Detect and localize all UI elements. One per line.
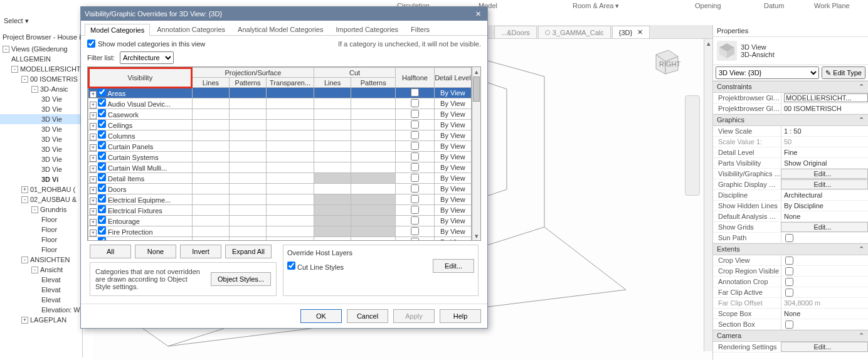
category-row[interactable]: + EntourageBy View	[88, 216, 472, 226]
halftone-checkbox[interactable]	[411, 227, 419, 235]
dialog-tab[interactable]: Model Categories	[85, 24, 150, 36]
property-group-header[interactable]: Extents⌃	[713, 243, 868, 255]
property-value[interactable]: Fine	[781, 147, 868, 157]
override-cell[interactable]	[192, 173, 229, 184]
override-cell[interactable]	[267, 120, 314, 130]
category-row[interactable]: + Curtain Wall Mulli...By View	[88, 162, 472, 173]
detail-level-cell[interactable]: By View	[434, 120, 471, 130]
project-browser-tree[interactable]: -Views (GliederungALLGEMEIN-MODELLIERSIC…	[0, 43, 82, 326]
detail-level-cell[interactable]: By View	[434, 216, 471, 226]
override-cell[interactable]	[229, 152, 266, 162]
visibility-checkbox[interactable]	[98, 194, 106, 203]
category-row[interactable]: + Fire ProtectionBy View	[88, 226, 472, 237]
tree-node[interactable]: 3D Vie	[0, 134, 82, 144]
help-button[interactable]: Help	[440, 309, 481, 323]
property-value[interactable]: None	[781, 309, 868, 319]
tree-node[interactable]: -Views (Gliederung	[0, 44, 82, 54]
override-cell[interactable]	[267, 141, 314, 152]
property-value[interactable]: 1 : 50	[781, 126, 868, 136]
select-dropdown[interactable]: Select ▾	[4, 17, 29, 25]
property-row[interactable]: Projektbrowser Glie...MODELLIERSICHT...	[713, 93, 868, 103]
property-value[interactable]: None	[781, 211, 868, 221]
override-cell[interactable]	[267, 162, 314, 173]
collapse-icon[interactable]: ⌃	[859, 116, 864, 124]
expand-icon[interactable]: +	[90, 134, 97, 140]
category-row[interactable]: + Curtain PanelsBy View	[88, 141, 472, 152]
expand-icon[interactable]: +	[90, 166, 97, 172]
close-icon[interactable]: ✕	[473, 10, 484, 18]
tree-toggle-icon[interactable]: -	[31, 206, 38, 213]
override-cell[interactable]	[192, 141, 229, 152]
override-cell[interactable]	[229, 130, 266, 141]
override-cell[interactable]	[192, 205, 229, 216]
property-value[interactable]: Edit...	[781, 179, 868, 189]
property-value[interactable]	[781, 255, 868, 265]
category-row[interactable]: + Electrical Equipme...By View	[88, 194, 472, 205]
expand-icon[interactable]: +	[90, 198, 97, 204]
halftone-checkbox[interactable]	[411, 110, 419, 118]
category-row[interactable]: + CeilingsBy View	[88, 120, 472, 130]
tree-node[interactable]: -3D-Ansic	[0, 84, 82, 94]
detail-level-cell[interactable]: By View	[434, 226, 471, 237]
override-cell[interactable]	[267, 88, 314, 98]
property-row[interactable]: Scale Value 1:50	[713, 137, 868, 147]
tree-node[interactable]: 3D Vie	[0, 124, 82, 134]
expand-icon[interactable]: +	[90, 187, 97, 194]
override-cell[interactable]	[229, 237, 266, 241]
detail-level-cell[interactable]: By View	[434, 173, 471, 184]
property-value[interactable]: Edit...	[781, 169, 868, 179]
override-cell[interactable]	[192, 130, 229, 141]
tree-toggle-icon[interactable]: +	[21, 186, 28, 193]
property-value[interactable]: 304,8000 m	[781, 298, 868, 308]
tree-node[interactable]: 3D Vi	[0, 174, 82, 184]
visibility-checkbox[interactable]	[98, 130, 106, 139]
none-button[interactable]: None	[135, 245, 176, 258]
halftone-checkbox[interactable]	[411, 142, 419, 150]
property-value[interactable]	[781, 319, 868, 329]
expand-icon[interactable]: +	[90, 102, 97, 109]
property-row[interactable]: Rendering SettingsEdit...	[713, 342, 868, 352]
tree-node[interactable]: Elevat	[0, 295, 82, 305]
halftone-checkbox[interactable]	[411, 120, 419, 129]
tree-node[interactable]: 3D Vie	[0, 94, 82, 104]
property-row[interactable]: Show GridsEdit...	[713, 222, 868, 233]
override-cell[interactable]	[351, 173, 396, 184]
tree-node[interactable]: Elevation: West	[0, 305, 82, 315]
document-tab[interactable]: {3D}✕	[612, 26, 650, 38]
visibility-checkbox[interactable]	[98, 226, 106, 235]
property-value[interactable]	[781, 266, 868, 276]
filter-list-select[interactable]: Architecture	[120, 51, 174, 64]
detail-level-cell[interactable]: By View	[434, 152, 471, 162]
visibility-checkbox[interactable]	[98, 237, 106, 240]
instance-selector[interactable]: 3D View: {3D}	[716, 66, 819, 79]
show-categories-checkbox[interactable]: Show model categories in this view	[87, 40, 205, 48]
property-value[interactable]: By Discipline	[781, 201, 868, 211]
tree-node[interactable]: 3D Vie	[0, 154, 82, 164]
override-cell[interactable]	[314, 184, 351, 194]
object-styles-button[interactable]: Object Styles...	[211, 272, 271, 286]
tree-node[interactable]: Floor	[0, 235, 82, 245]
category-row[interactable]: + CaseworkBy View	[88, 109, 472, 120]
tree-node[interactable]: -00 ISOMETRIS	[0, 74, 82, 84]
dialog-tab[interactable]: Analytical Model Categories	[232, 23, 329, 35]
property-row[interactable]: View Scale1 : 50	[713, 126, 868, 137]
collapse-icon[interactable]: ⌃	[859, 83, 864, 91]
halftone-checkbox[interactable]	[411, 206, 419, 214]
override-cell[interactable]	[351, 120, 396, 130]
dialog-titlebar[interactable]: Visibility/Graphic Overrides for 3D View…	[81, 7, 487, 21]
ribbon-tab[interactable]: Room & Area ▾	[561, 2, 630, 10]
tree-node[interactable]: -MODELLIERSICHT	[0, 64, 82, 74]
detail-level-cell[interactable]: By View	[434, 194, 471, 205]
cancel-button[interactable]: Cancel	[347, 309, 388, 323]
override-cell[interactable]	[229, 226, 266, 237]
tree-node[interactable]: Floor	[0, 214, 82, 225]
override-cell[interactable]	[192, 152, 229, 162]
categories-grid[interactable]: Visibility Projection/Surface Cut Halfto…	[87, 66, 481, 241]
property-value[interactable]: Edit...	[781, 342, 868, 352]
property-row[interactable]: Projektbrowser Glie...00 ISOMETRISCH	[713, 103, 868, 114]
override-cell[interactable]	[314, 130, 351, 141]
tree-node[interactable]: -Ansicht	[0, 265, 82, 275]
tree-toggle-icon[interactable]: -	[3, 46, 9, 53]
override-cell[interactable]	[229, 98, 266, 109]
collapse-icon[interactable]: ⌃	[859, 245, 864, 253]
